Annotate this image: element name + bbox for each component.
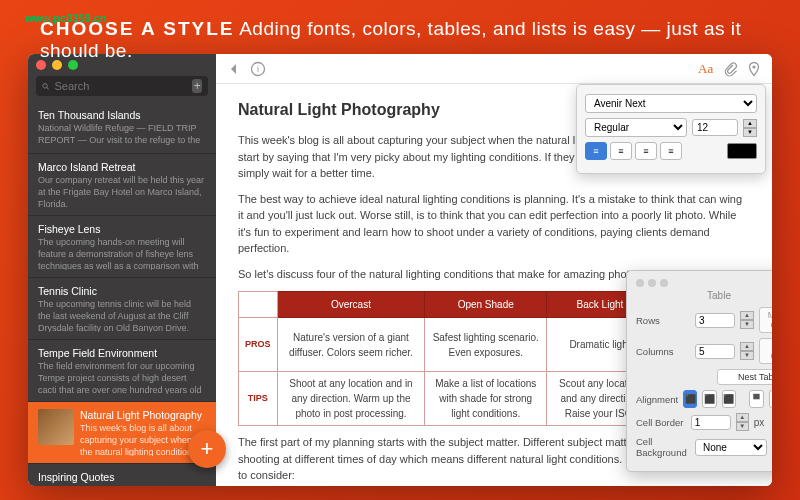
border-unit: px xyxy=(754,417,765,428)
svg-point-2 xyxy=(752,65,755,68)
font-family-select[interactable]: Avenir Next xyxy=(585,94,757,113)
border-label: Cell Border xyxy=(636,417,686,428)
watermark-text: www.pc0359.cn xyxy=(25,12,107,24)
note-list[interactable]: Ten Thousand IslandsNational Wildlife Re… xyxy=(28,102,216,486)
align-justify-button[interactable]: ≡ xyxy=(660,142,682,160)
font-style-icon[interactable]: Aa xyxy=(698,61,714,77)
note-thumbnail xyxy=(38,409,74,445)
cols-input[interactable] xyxy=(695,344,735,359)
bg-label: Cell Background xyxy=(636,436,690,458)
note-title: Fisheye Lens xyxy=(38,223,206,235)
note-preview: The field environment for our upcoming T… xyxy=(38,361,206,394)
table-cell: Nature's version of a giant diffuser. Co… xyxy=(277,318,425,372)
font-weight-select[interactable]: Regular xyxy=(585,118,687,137)
alignment-label: Alignment xyxy=(636,394,678,405)
note-preview: The upcoming hands-on meeting will featu… xyxy=(38,237,206,270)
sidebar: + Ten Thousand IslandsNational Wildlife … xyxy=(28,54,216,486)
cell-valign-t[interactable]: ▀ xyxy=(749,390,763,408)
align-right-button[interactable]: ≡ xyxy=(635,142,657,160)
table-row-header: TIPS xyxy=(239,372,278,426)
add-button[interactable]: + xyxy=(192,79,202,93)
cell-align-r[interactable]: ⬛ xyxy=(722,390,736,408)
note-title: Inspiring Quotes xyxy=(38,471,206,483)
note-preview: The upcoming tennis clinic will be held … xyxy=(38,299,206,332)
note-title: Tennis Clinic xyxy=(38,285,206,297)
note-item[interactable]: Fisheye LensThe upcoming hands-on meetin… xyxy=(28,216,216,278)
table-header: Open Shade xyxy=(425,292,547,318)
panel-window-controls xyxy=(636,279,772,287)
table-row-header: PROS xyxy=(239,318,278,372)
font-size-input[interactable] xyxy=(692,119,738,136)
nest-table-button[interactable]: Nest Table xyxy=(717,369,773,385)
split-cells-button[interactable]: Split Cells xyxy=(759,338,772,364)
font-size-stepper[interactable]: ▲▼ xyxy=(743,119,757,137)
text-color-swatch[interactable] xyxy=(727,143,757,159)
cell-align-c[interactable]: ⬛ xyxy=(702,390,716,408)
table-cell: Make a list of locations with shade for … xyxy=(425,372,547,426)
align-left-button[interactable]: ≡ xyxy=(585,142,607,160)
note-title: Ten Thousand Islands xyxy=(38,109,206,121)
search-input[interactable] xyxy=(49,80,192,92)
note-item[interactable]: Tempe Field EnvironmentThe field environ… xyxy=(28,340,216,402)
note-item[interactable]: Inspiring Quotes"It does not matter how … xyxy=(28,464,216,486)
rows-input[interactable] xyxy=(695,313,735,328)
note-title: Natural Light Photography xyxy=(80,409,206,421)
cell-align-l[interactable]: ⬛ xyxy=(683,390,697,408)
note-title: Tempe Field Environment xyxy=(38,347,206,359)
border-stepper[interactable]: ▲▼ xyxy=(736,413,749,431)
marketing-headline: CHOOSE A STYLE Adding fonts, colors, tab… xyxy=(40,18,780,62)
cols-label: Columns xyxy=(636,346,690,357)
svg-text:i: i xyxy=(257,64,259,74)
note-item[interactable]: Natural Light PhotographyThis week's blo… xyxy=(28,402,216,464)
new-note-fab[interactable]: + xyxy=(188,430,226,468)
merge-cells-button[interactable]: Merge Cells xyxy=(759,307,772,333)
table-cell: Safest lighting scenario. Even exposures… xyxy=(425,318,547,372)
rows-stepper[interactable]: ▲▼ xyxy=(740,311,754,329)
search-icon xyxy=(42,81,49,92)
note-item[interactable]: Tennis ClinicThe upcoming tennis clinic … xyxy=(28,278,216,340)
app-window: + Ten Thousand IslandsNational Wildlife … xyxy=(28,54,772,486)
note-title: Marco Island Retreat xyxy=(38,161,206,173)
attachment-icon[interactable] xyxy=(722,61,738,77)
note-item[interactable]: Marco Island RetreatOur company retreat … xyxy=(28,154,216,216)
note-preview: This week's blog is all about capturing … xyxy=(80,423,206,456)
table-panel[interactable]: Table Rows▲▼Merge Cells Columns▲▼Split C… xyxy=(626,270,772,472)
align-center-button[interactable]: ≡ xyxy=(610,142,632,160)
table-header: Overcast xyxy=(277,292,425,318)
note-preview: "It does not matter how slowly you go as… xyxy=(38,485,206,486)
panel-title: Table xyxy=(636,290,772,301)
table-cell: Shoot at any location and in any directi… xyxy=(277,372,425,426)
editor-pane: i Aa Natural Light Photography This week… xyxy=(216,54,772,486)
note-preview: Our company retreat will be held this ye… xyxy=(38,175,206,208)
cols-stepper[interactable]: ▲▼ xyxy=(740,342,754,360)
note-preview: National Wildlife Refuge — FIELD TRIP RE… xyxy=(38,123,206,146)
note-item[interactable]: Ten Thousand IslandsNational Wildlife Re… xyxy=(28,102,216,154)
rows-label: Rows xyxy=(636,315,690,326)
font-panel[interactable]: Avenir Next Regular ▲▼ ≡ ≡ ≡ ≡ xyxy=(576,84,766,174)
back-icon[interactable] xyxy=(226,61,242,77)
border-width-input[interactable] xyxy=(691,415,731,430)
location-icon[interactable] xyxy=(746,61,762,77)
cell-valign-m[interactable]: ━ xyxy=(769,390,772,408)
search-bar[interactable]: + xyxy=(36,76,208,96)
cell-bg-select[interactable]: None xyxy=(695,439,767,456)
paragraph: The best way to achieve ideal natural li… xyxy=(238,191,750,257)
info-icon[interactable]: i xyxy=(250,61,266,77)
